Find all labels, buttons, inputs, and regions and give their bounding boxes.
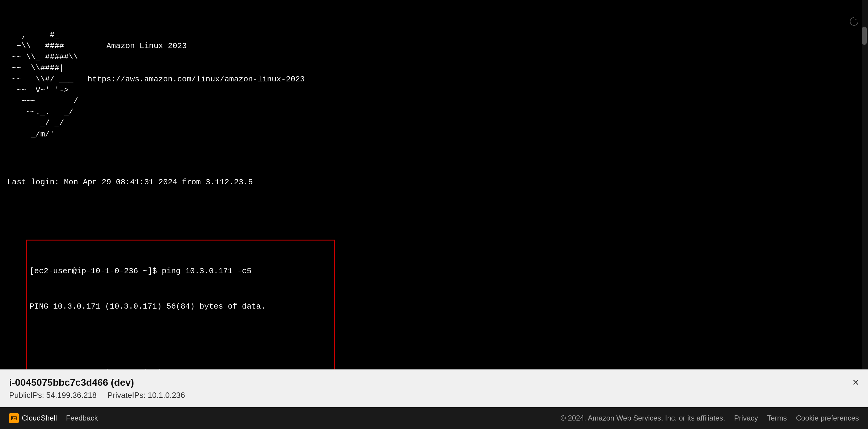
bottom-bar: CloudShell Feedback © 2024, Amazon Web S… [0,407,868,429]
copyright-text: © 2024, Amazon Web Services, Inc. or its… [560,414,725,422]
scrollbar-thumb[interactable] [862,27,867,45]
cloudshell-icon [9,413,19,423]
svg-point-0 [850,18,858,25]
cookie-preferences-link[interactable]: Cookie preferences [796,414,859,422]
ping-prompt: [ec2-user@ip-10-1-0-236 ~]$ ping 10.3.0.… [29,265,332,277]
close-button[interactable]: × [852,377,859,388]
private-ips-label: PrivateIPs: [107,391,146,400]
scrollbar-track[interactable] [862,0,868,369]
last-login-line: Last login: Mon Apr 29 08:41:31 2024 fro… [7,176,861,188]
ping-stats-header: --- 10.3.0.171 ping statistics --- [29,367,332,369]
svg-marker-1 [855,19,857,20]
info-bar: i-0045075bbc7c3d466 (dev) PublicIPs: 54.… [0,369,868,407]
ascii-art: , #_ ~\\_ ####_ Amazon Linux 2023 ~~ \\_… [7,30,861,140]
terminal-window: , #_ ~\\_ ####_ Amazon Linux 2023 ~~ \\_… [0,0,868,369]
ip-info: PublicIPs: 54.199.36.218 PrivateIPs: 10.… [9,391,859,400]
cloudshell-label: CloudShell [22,414,57,422]
bottom-bar-left: CloudShell Feedback [9,413,98,423]
public-ips-value: 54.199.36.218 [46,391,97,400]
refresh-icon[interactable] [831,5,859,42]
ping-output-line: PING 10.3.0.171 (10.3.0.171) 56(84) byte… [29,301,332,312]
public-ips-label: PublicIPs: [9,391,44,400]
svg-rect-2 [11,416,17,420]
bottom-bar-right: © 2024, Amazon Web Services, Inc. or its… [560,414,859,422]
feedback-button[interactable]: Feedback [66,414,98,422]
instance-id: i-0045075bbc7c3d466 (dev) [9,377,859,388]
privacy-link[interactable]: Privacy [734,414,758,422]
cloudshell-button[interactable]: CloudShell [9,413,57,423]
ping-command-block: [ec2-user@ip-10-1-0-236 ~]$ ping 10.3.0.… [26,240,335,369]
terms-link[interactable]: Terms [767,414,787,422]
private-ips-value: 10.1.0.236 [148,391,185,400]
